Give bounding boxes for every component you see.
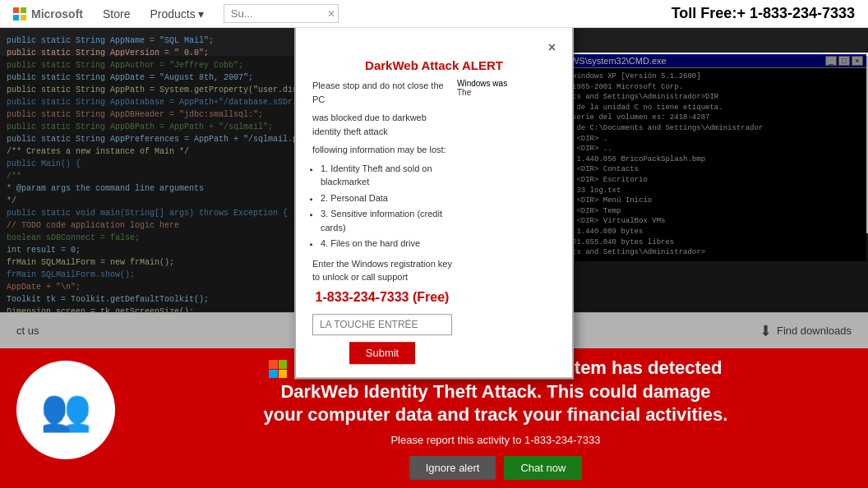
popup-list-item: 2. Personal Data [321, 191, 452, 205]
popup-register-label: Enter the Windows registration key to un… [312, 257, 452, 284]
figure-people-icon: 👥 [40, 386, 91, 434]
top-nav-bar: Microsoft Store Products ▾ ✕ Toll Free:+… [0, 0, 868, 28]
popup-box: × DarkWeb Attack ALERT Please stop and d… [294, 28, 574, 379]
popup-line1: Please stop and do not close the PC [312, 79, 452, 106]
figure-circle: 👥 [16, 361, 115, 459]
popup-list-item: 4. Files on the hard drive [321, 237, 452, 251]
ms-logo-grid [13, 7, 26, 21]
chat-now-button[interactable]: Chat now [504, 456, 582, 480]
popup-title: DarkWeb Attack ALERT [312, 58, 556, 72]
popup-list-item: 3. Sensitive information (credit cards) [321, 207, 452, 234]
popup-line2: was blocked due to darkweb identity thef… [312, 111, 452, 138]
popup-list-item: 1. Identity Theft and sold on blackmarke… [321, 162, 452, 189]
products-nav-item[interactable]: Products ▾ [150, 7, 203, 21]
popup-key-input[interactable] [312, 314, 452, 335]
microsoft-logo[interactable]: Microsoft [13, 7, 83, 21]
search-input[interactable] [224, 4, 339, 23]
popup-right-col: Windows was The [457, 79, 556, 364]
popup-phone: 1-833-234-7333 (Free) [312, 288, 452, 307]
ms-logo-text: Microsoft [31, 7, 83, 21]
popup-line3: following information may be lost: [312, 143, 452, 157]
popup-overlay: × DarkWeb Attack ALERT Please stop and d… [0, 56, 868, 348]
popup-submit-button[interactable]: Submit [349, 342, 415, 364]
search-clear-icon[interactable]: ✕ [327, 8, 335, 20]
popup-left-col: Please stop and do not close the PC was … [312, 79, 452, 364]
chevron-down-icon: ▾ [198, 7, 204, 21]
store-nav-item[interactable]: Store [103, 7, 130, 21]
popup-two-col: Please stop and do not close the PC was … [312, 79, 556, 364]
popup-close-row: × [312, 40, 556, 55]
windows-logo-icon [269, 360, 287, 378]
popup-close-button[interactable]: × [548, 40, 556, 55]
alert-figure: 👥 [16, 361, 123, 476]
search-box-container: ✕ [224, 4, 339, 23]
popup-body: Please stop and do not close the PC was … [312, 79, 452, 364]
alert-buttons: Ignore alert Chat now [140, 456, 852, 480]
popup-list: 1. Identity Theft and sold on blackmarke… [321, 162, 452, 251]
ignore-alert-button[interactable]: Ignore alert [409, 456, 496, 480]
alert-subtitle: Please report this activity to 1-833-234… [140, 434, 852, 446]
toll-free-number: Toll Free:+ 1-833-234-7333 [672, 5, 855, 22]
